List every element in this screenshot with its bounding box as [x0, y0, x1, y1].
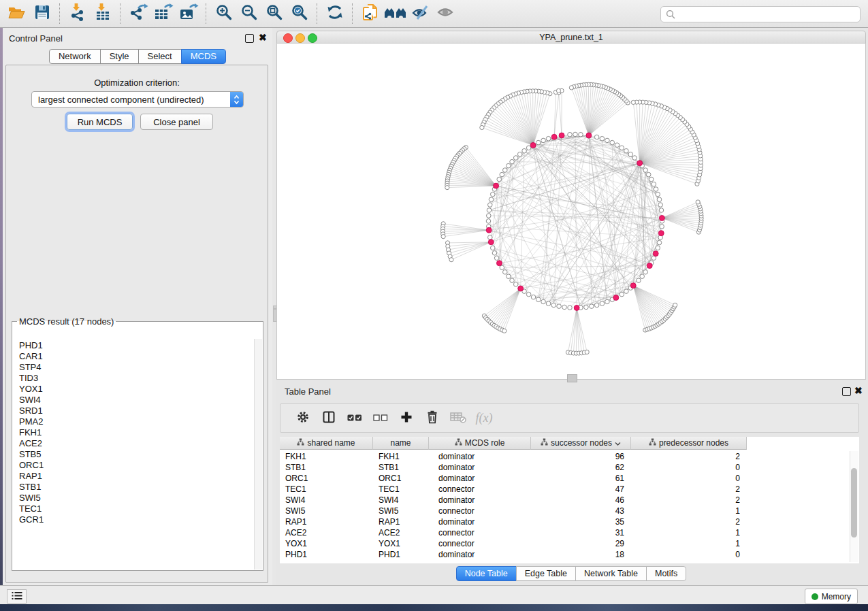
close-table-panel-icon[interactable]: ✖: [854, 386, 863, 395]
tab-style[interactable]: Style: [100, 49, 139, 64]
mcds-result-item[interactable]: SWI4: [12, 395, 255, 406]
mcds-result-item[interactable]: FKH1: [12, 427, 255, 438]
table-row-SWI4[interactable]: SWI4SWI4dominator462: [280, 495, 747, 506]
import-table-button[interactable]: [90, 2, 115, 25]
cell: SWI5: [280, 506, 373, 516]
neighbors-button[interactable]: [383, 2, 408, 25]
import-network-button[interactable]: [65, 2, 90, 25]
cell: 62: [531, 462, 631, 473]
tab-select[interactable]: Select: [138, 49, 182, 64]
criterion-dropdown[interactable]: largest connected component (undirected): [31, 91, 244, 108]
cell: 18: [531, 549, 631, 560]
table-row-TEC1[interactable]: TEC1TEC1connector472: [280, 484, 747, 495]
column-header-predecessor-nodes[interactable]: predecessor nodes: [631, 437, 747, 450]
function-builder-button[interactable]: f(x): [471, 408, 497, 429]
deselect-all-button[interactable]: [368, 408, 393, 429]
tab-node-table[interactable]: Node Table: [456, 566, 517, 581]
table-row-RAP1[interactable]: RAP1RAP1dominator352: [280, 516, 747, 527]
export-table-icon: [153, 3, 174, 24]
search-input[interactable]: [679, 9, 860, 20]
mcds-result-box: MCDS result (17 nodes) PHD1CAR1STP4TID3Y…: [12, 316, 263, 571]
column-header-MCDS-role[interactable]: MCDS role: [429, 437, 531, 450]
close-panel-icon[interactable]: ✖: [259, 33, 267, 42]
cell: TEC1: [373, 484, 429, 495]
mcds-result-item[interactable]: TEC1: [12, 503, 255, 514]
select-all-button[interactable]: [342, 408, 368, 429]
memory-button[interactable]: Memory: [805, 589, 858, 604]
table-row-YOX1[interactable]: YOX1YOX1connector291: [280, 538, 747, 549]
refresh-button[interactable]: [322, 2, 347, 25]
import-table-icon: [93, 3, 112, 24]
horizontal-splitter-grip[interactable]: [567, 374, 577, 382]
zoom-in-button[interactable]: [211, 2, 236, 25]
table-scrollbar[interactable]: [850, 451, 858, 562]
column-header-name[interactable]: name: [373, 437, 429, 450]
mcds-result-item[interactable]: SRD1: [12, 406, 255, 416]
table-row-STB1[interactable]: STB1STB1dominator620: [280, 462, 747, 473]
cell: SWI5: [373, 506, 429, 516]
mcds-result-item[interactable]: YOX1: [12, 384, 255, 395]
network-canvas[interactable]: [276, 43, 866, 380]
search-icon: [661, 10, 679, 19]
cell: 1: [631, 506, 747, 516]
delete-table-button[interactable]: [445, 408, 471, 429]
mcds-result-item[interactable]: STP4: [12, 362, 255, 373]
cell: 31: [531, 527, 631, 538]
column-selector-button[interactable]: [316, 408, 342, 429]
tab-network[interactable]: Network: [49, 49, 101, 64]
save-session-button[interactable]: [29, 2, 54, 25]
gear-button[interactable]: [290, 408, 316, 429]
copy-network-button[interactable]: [357, 2, 383, 25]
mcds-result-item[interactable]: ACE2: [12, 438, 255, 449]
tab-edge-table[interactable]: Edge Table: [516, 566, 576, 581]
search-field[interactable]: [660, 6, 861, 22]
mcds-result-item[interactable]: PMA2: [12, 416, 255, 427]
table-row-FKH1[interactable]: FKH1FKH1dominator962: [280, 451, 747, 462]
mcds-result-item[interactable]: STB1: [12, 482, 255, 493]
table-row-ORC1[interactable]: ORC1ORC1dominator610: [280, 473, 747, 484]
cell: connector: [429, 484, 531, 495]
close-panel-button[interactable]: Close panel: [140, 114, 213, 130]
mcds-result-item[interactable]: PHD1: [12, 340, 255, 351]
float-panel-icon[interactable]: [245, 34, 254, 43]
zoom-out-button[interactable]: [236, 2, 261, 25]
export-image-button[interactable]: [176, 2, 201, 25]
table-row-ACE2[interactable]: ACE2ACE2connector311: [280, 527, 747, 538]
cell: 47: [531, 484, 631, 495]
hide-selected-button[interactable]: [408, 2, 433, 25]
mcds-result-item[interactable]: STB5: [12, 449, 255, 460]
network-window-titlebar[interactable]: YPA_prune.txt_1: [276, 31, 866, 44]
tab-network-table[interactable]: Network Table: [575, 566, 647, 581]
show-all-button[interactable]: [433, 2, 458, 25]
mcds-result-item[interactable]: SWI5: [12, 493, 255, 503]
table-scrollbar-thumb[interactable]: [851, 468, 857, 538]
export-network-button[interactable]: [125, 2, 150, 25]
mcds-result-scrollbar[interactable]: [254, 339, 262, 569]
mcds-result-item[interactable]: CAR1: [12, 351, 255, 362]
float-table-panel-icon[interactable]: [842, 387, 851, 396]
run-mcds-button[interactable]: Run MCDS: [67, 114, 133, 130]
zoom-selected-button[interactable]: [287, 2, 312, 25]
tab-motifs[interactable]: Motifs: [646, 566, 686, 581]
add-column-button[interactable]: [393, 408, 419, 429]
mcds-result-item[interactable]: ORC1: [12, 460, 255, 471]
open-session-button[interactable]: [4, 2, 29, 25]
mcds-result-item[interactable]: GCR1: [12, 514, 255, 525]
mcds-result-item[interactable]: TID3: [12, 373, 255, 384]
hierarchy-icon: [541, 438, 548, 448]
toolbar-separator: [120, 3, 120, 24]
memory-status-icon: [811, 593, 818, 600]
table-row-PHD1[interactable]: PHD1PHD1dominator180: [280, 549, 747, 560]
column-header-successor-nodes[interactable]: successor nodes: [531, 437, 631, 450]
delete-column-button[interactable]: [419, 408, 445, 429]
cell: 61: [531, 473, 631, 484]
mcds-result-item[interactable]: RAP1: [12, 471, 255, 482]
tab-mcds[interactable]: MCDS: [181, 49, 226, 64]
column-header-shared-name[interactable]: shared name: [280, 437, 373, 450]
zoom-fit-button[interactable]: [261, 2, 287, 25]
task-history-button[interactable]: [7, 589, 27, 604]
export-table-button[interactable]: [150, 2, 176, 25]
table-row-SWI5[interactable]: SWI5SWI5connector431: [280, 506, 747, 516]
cell: connector: [429, 527, 531, 538]
sort-desc-icon: [615, 438, 621, 448]
